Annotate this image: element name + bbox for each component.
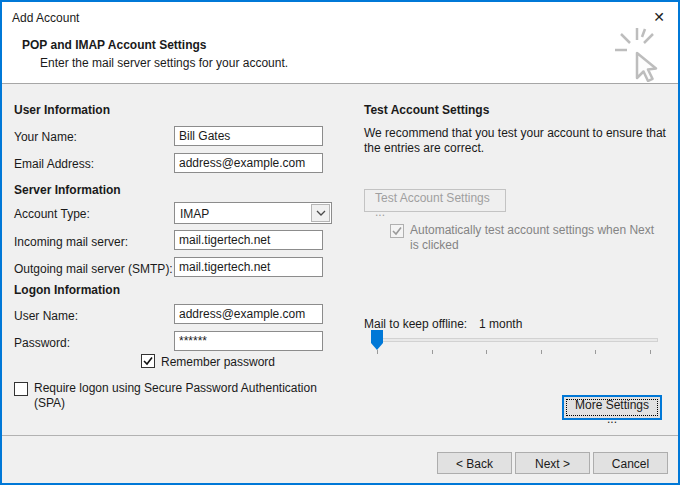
add-account-dialog: Add Account ✕ POP and IMAP Account Setti… <box>0 0 680 485</box>
remember-password-checkbox[interactable] <box>141 354 155 368</box>
click-cursor-sparkle-icon <box>612 26 670 82</box>
offline-slider-track[interactable] <box>377 338 658 342</box>
spa-checkbox[interactable] <box>14 382 28 396</box>
slider-tick <box>377 350 378 354</box>
footer-divider <box>2 435 678 436</box>
test-account-settings-button[interactable]: Test Account Settings ... <box>364 189 506 212</box>
close-icon[interactable]: ✕ <box>649 7 669 27</box>
password-label: Password: <box>14 336 70 350</box>
account-type-select[interactable]: IMAP <box>174 202 332 224</box>
slider-tick <box>432 350 433 354</box>
spa-label: Require logon using Secure Password Auth… <box>34 381 330 411</box>
mail-offline-label: Mail to keep offline: <box>364 317 467 331</box>
slider-tick <box>486 350 487 354</box>
chevron-down-icon[interactable] <box>311 204 330 222</box>
next-button[interactable]: Next > <box>515 452 590 474</box>
section-user-information: User Information <box>14 103 110 117</box>
your-name-label: Your Name: <box>14 130 77 144</box>
more-settings-button[interactable]: More Settings ... <box>562 395 662 420</box>
test-settings-description: We recommend that you test your account … <box>364 126 666 156</box>
page-title: POP and IMAP Account Settings <box>22 38 206 52</box>
checkmark-icon <box>392 226 402 236</box>
section-server-information: Server Information <box>14 183 121 197</box>
password-input[interactable] <box>174 331 323 351</box>
section-test-account-settings: Test Account Settings <box>364 103 489 117</box>
mail-offline-value: 1 month <box>479 317 522 331</box>
your-name-input[interactable] <box>174 126 323 146</box>
section-logon-information: Logon Information <box>14 283 120 297</box>
email-address-input[interactable] <box>174 153 323 173</box>
auto-test-label: Automatically test account settings when… <box>410 223 662 253</box>
user-name-input[interactable] <box>174 304 323 324</box>
outgoing-server-input[interactable] <box>174 257 323 277</box>
incoming-server-label: Incoming mail server: <box>14 235 128 249</box>
outgoing-server-label: Outgoing mail server (SMTP): <box>14 262 173 276</box>
remember-password-label: Remember password <box>161 355 275 369</box>
window-title: Add Account <box>12 11 79 25</box>
back-button[interactable]: < Back <box>437 452 512 474</box>
email-address-label: Email Address: <box>14 157 94 171</box>
dialog-header: Add Account ✕ POP and IMAP Account Setti… <box>2 2 678 84</box>
account-type-label: Account Type: <box>14 207 90 221</box>
offline-slider-thumb[interactable] <box>371 330 383 350</box>
account-type-value: IMAP <box>180 207 209 221</box>
auto-test-checkbox[interactable] <box>390 224 404 238</box>
page-subtitle: Enter the mail server settings for your … <box>40 56 288 70</box>
incoming-server-input[interactable] <box>174 230 323 250</box>
checkmark-icon <box>143 356 153 366</box>
slider-tick <box>595 350 596 354</box>
slider-tick <box>541 350 542 354</box>
slider-tick <box>650 350 651 354</box>
cancel-button[interactable]: Cancel <box>593 452 668 474</box>
user-name-label: User Name: <box>14 309 78 323</box>
